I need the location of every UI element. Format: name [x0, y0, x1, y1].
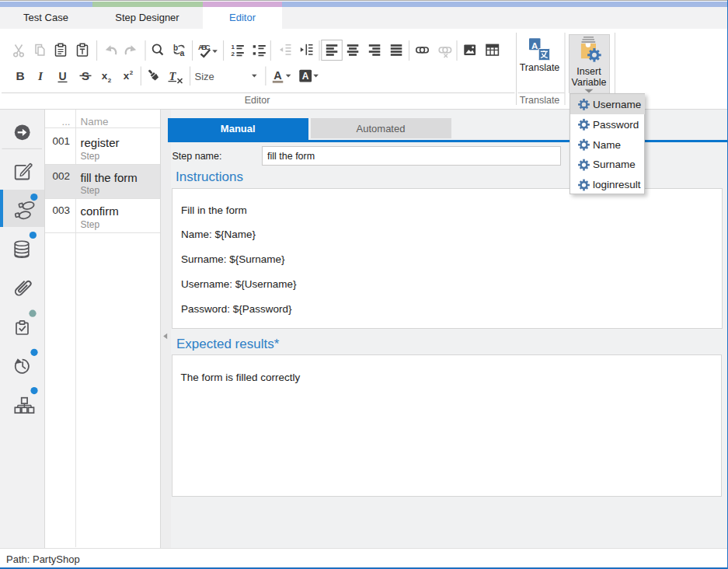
svg-text:b: b — [173, 44, 178, 52]
svg-text:2: 2 — [232, 51, 235, 58]
svg-text:A: A — [531, 41, 538, 51]
svg-text:a: a — [180, 48, 185, 58]
svg-text:I: I — [37, 69, 44, 82]
svg-text:B: B — [16, 69, 24, 82]
svg-text:x: x — [102, 70, 108, 82]
svg-text:A: A — [273, 69, 282, 82]
svg-text:T: T — [169, 70, 177, 82]
svg-text:2: 2 — [108, 77, 112, 84]
svg-text:x: x — [124, 70, 130, 82]
svg-text:A: A — [302, 71, 309, 82]
svg-text:U: U — [58, 70, 66, 82]
svg-text:2: 2 — [130, 69, 134, 76]
svg-text:1: 1 — [232, 44, 235, 51]
